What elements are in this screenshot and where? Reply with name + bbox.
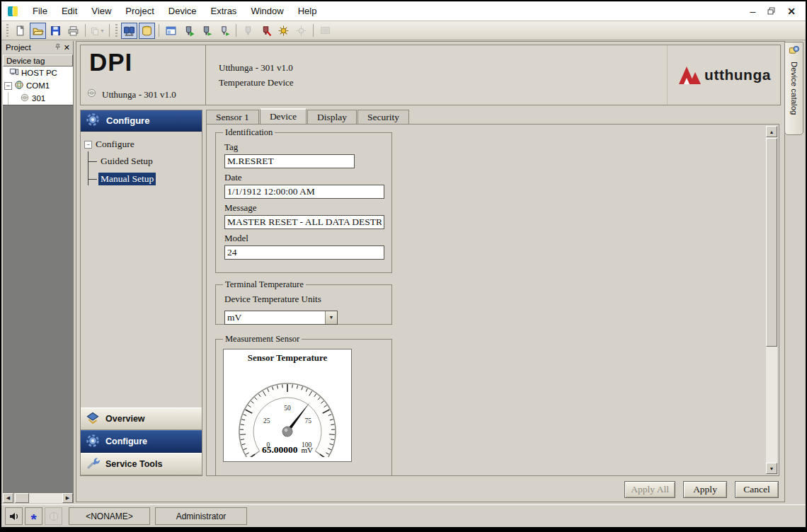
tab-sensor-1[interactable]: Sensor 1 bbox=[206, 110, 259, 124]
store-to-device-icon bbox=[218, 25, 230, 37]
menu-project[interactable]: Project bbox=[118, 3, 161, 19]
device-error-button[interactable] bbox=[258, 23, 274, 39]
toolbar-grip bbox=[115, 24, 118, 37]
apply-button[interactable]: Apply bbox=[683, 481, 727, 498]
overview-icon bbox=[86, 411, 100, 427]
load-from-device-icon bbox=[200, 25, 212, 37]
save-button[interactable] bbox=[47, 23, 64, 39]
close-panel-icon[interactable]: ✕ bbox=[64, 43, 70, 52]
menu-help[interactable]: Help bbox=[291, 3, 324, 19]
new-document-icon bbox=[14, 25, 26, 37]
nav-button-configure[interactable]: Configure bbox=[81, 430, 202, 453]
asterisk-icon[interactable]: * bbox=[25, 507, 42, 525]
computer-icon bbox=[9, 67, 19, 77]
tab-display[interactable]: Display bbox=[307, 110, 357, 124]
field-input-tag[interactable] bbox=[224, 154, 355, 168]
vendor-logo: utthunga bbox=[667, 45, 780, 105]
monitor-button bbox=[317, 23, 333, 39]
device-state-icon bbox=[45, 507, 62, 525]
field-label-model: Model bbox=[224, 233, 386, 244]
tree-item-label: COM1 bbox=[26, 81, 50, 90]
sensor-temperature-gauge: Sensor Temperature 025507510065.00000mV bbox=[223, 349, 352, 462]
scroll-right-icon[interactable]: ▶ bbox=[62, 493, 73, 503]
tree-item-guided-setup[interactable]: Guided Setup bbox=[98, 155, 155, 168]
open-folder-icon bbox=[32, 25, 44, 37]
device-catalog-toggle-button[interactable] bbox=[139, 23, 155, 39]
close-icon[interactable]: ✕ bbox=[787, 6, 796, 16]
network-view-button[interactable] bbox=[121, 23, 137, 39]
nav-button-label: Service Tools bbox=[105, 459, 162, 469]
tab-content: Identification TagDateMessageModel Termi… bbox=[206, 124, 779, 476]
tab-security[interactable]: Security bbox=[357, 110, 409, 124]
brand-name: utthunga bbox=[704, 66, 771, 83]
window-controls: – ✕ bbox=[750, 6, 800, 16]
scroll-down-icon[interactable]: ▼ bbox=[766, 463, 777, 474]
svg-text:65.00000mV: 65.00000mV bbox=[262, 444, 313, 455]
com-port-icon bbox=[14, 80, 24, 91]
overview-icon bbox=[86, 411, 100, 425]
scroll-track[interactable] bbox=[29, 493, 62, 503]
nav-button-service-tools[interactable]: Service Tools bbox=[81, 453, 202, 475]
connect-device-button[interactable] bbox=[181, 23, 197, 39]
restore-icon[interactable] bbox=[767, 6, 776, 16]
measurement-sensor-group: Measurement Sensor Sensor Temperature 02… bbox=[215, 334, 392, 476]
toolbar-separator bbox=[85, 24, 86, 37]
print-button[interactable] bbox=[65, 23, 81, 39]
diagnosis-button[interactable] bbox=[275, 23, 292, 39]
terminal-temperature-legend: Terminal Temperature bbox=[223, 279, 306, 290]
load-from-device-button[interactable] bbox=[198, 23, 214, 39]
identification-legend: Identification bbox=[223, 127, 275, 138]
cancel-button[interactable]: Cancel bbox=[735, 481, 779, 498]
tab-strip: Sensor 1DeviceDisplaySecurity bbox=[206, 108, 779, 124]
project-horizontal-scrollbar[interactable]: ◀ ▶ bbox=[3, 492, 73, 503]
device-temperature-units-select[interactable]: mV ▼ bbox=[224, 311, 338, 325]
device-catalog-tab[interactable]: Device catalog bbox=[784, 42, 803, 135]
collapse-icon[interactable]: − bbox=[4, 82, 12, 90]
toolbar: ▼ bbox=[1, 21, 806, 40]
tree-item-configure-label: Configure bbox=[96, 139, 134, 150]
new-document-button[interactable] bbox=[12, 23, 28, 39]
utthunga-logo-icon bbox=[677, 64, 704, 86]
store-to-device-button[interactable] bbox=[216, 23, 232, 39]
open-folder-button[interactable] bbox=[30, 23, 46, 39]
menu-device[interactable]: Device bbox=[161, 3, 204, 19]
menu-bar: FileEditViewProjectDeviceExtrasWindowHel… bbox=[25, 3, 324, 19]
chevron-down-icon[interactable]: ▼ bbox=[325, 311, 337, 324]
device-catalog-icon bbox=[789, 45, 800, 58]
pin-icon[interactable] bbox=[54, 43, 62, 52]
content-vertical-scrollbar[interactable]: ▲ ▼ bbox=[766, 126, 777, 474]
field-label-date: Date bbox=[224, 172, 386, 183]
menu-edit[interactable]: Edit bbox=[55, 3, 84, 19]
tree-item-configure[interactable]: − Configure bbox=[84, 139, 202, 150]
tree-item-manual-setup[interactable]: Manual Setup bbox=[98, 173, 156, 185]
diagnosis-icon bbox=[277, 25, 290, 37]
device-name: Utthunga - 301 v1.0 bbox=[219, 62, 667, 74]
tree-item-host-pc[interactable]: HOST PC bbox=[3, 66, 73, 79]
new-window-button[interactable] bbox=[163, 23, 179, 39]
scroll-up-icon[interactable]: ▲ bbox=[766, 126, 777, 137]
apply-all-button[interactable]: Apply All bbox=[624, 481, 675, 498]
field-input-model[interactable] bbox=[224, 245, 384, 260]
menu-extras[interactable]: Extras bbox=[204, 3, 244, 19]
nav-button-overview[interactable]: Overview bbox=[81, 407, 202, 430]
scroll-left-icon[interactable]: ◀ bbox=[3, 493, 13, 503]
gear-icon bbox=[86, 434, 100, 450]
connection-icon[interactable] bbox=[5, 507, 23, 525]
tree-item-301[interactable]: 301 bbox=[3, 92, 73, 105]
tree-item-com1[interactable]: −COM1 bbox=[3, 79, 73, 92]
scroll-thumb[interactable] bbox=[766, 138, 777, 347]
field-input-date[interactable] bbox=[224, 185, 384, 199]
terminal-temperature-group: Terminal Temperature Device Temperature … bbox=[215, 279, 392, 325]
collapse-icon[interactable]: − bbox=[84, 141, 92, 149]
menu-view[interactable]: View bbox=[84, 3, 118, 19]
menu-file[interactable]: File bbox=[25, 3, 55, 19]
current-user-field[interactable]: Administrator bbox=[155, 507, 247, 525]
field-input-message[interactable] bbox=[224, 215, 384, 229]
compare-icon bbox=[295, 25, 307, 37]
menu-window[interactable]: Window bbox=[244, 3, 290, 19]
tab-device[interactable]: Device bbox=[260, 108, 307, 124]
app-icon bbox=[7, 6, 18, 17]
toolbar-separator bbox=[109, 24, 110, 37]
scroll-thumb[interactable] bbox=[15, 493, 29, 503]
minimize-icon[interactable]: – bbox=[750, 6, 755, 16]
